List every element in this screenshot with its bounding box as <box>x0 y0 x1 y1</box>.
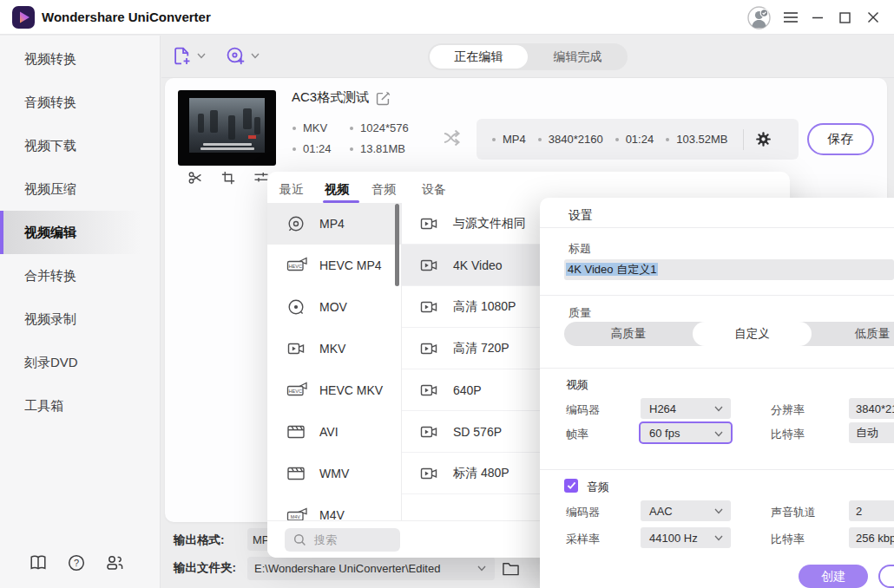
audio-bitrate-value[interactable]: 256 kbps <box>849 527 894 548</box>
add-disc-icon <box>225 45 247 67</box>
sidebar-footer: ? <box>29 553 124 572</box>
search-input[interactable]: 搜索 <box>285 528 400 552</box>
thumbnail-badge <box>248 135 256 139</box>
video-camera-icon <box>419 256 438 275</box>
framerate-select[interactable]: 60 fps <box>639 421 733 444</box>
format-option-m4v[interactable]: M4V M4V <box>267 494 401 520</box>
samplerate-label: 采样率 <box>566 532 600 547</box>
quality-option-high[interactable]: 高质量 <box>564 326 693 342</box>
minimize-icon <box>812 11 824 23</box>
video-encoder-label: 编码器 <box>566 402 600 418</box>
video-resolution-value[interactable]: 3840*2160 <box>849 398 894 419</box>
output-summary: MP4 3840*2160 01:24 103.52MB <box>477 119 799 160</box>
output-folder-label: 输出文件夹: <box>174 560 236 576</box>
name-label: 标题 <box>569 241 591 257</box>
sidebar: 视频转换 音频转换 视频下载 视频压缩 视频编辑 合并转换 视频录制 刻录DVD… <box>0 36 161 588</box>
svg-text:HEVC: HEVC <box>288 389 302 394</box>
audio-section-label: 音频 <box>587 480 609 495</box>
community-people-icon[interactable] <box>105 553 124 572</box>
source-format: MKV <box>293 121 327 134</box>
format-list-scrollbar[interactable] <box>395 204 399 286</box>
sidebar-item-video-download[interactable]: 视频下载 <box>0 124 160 167</box>
format-option-avi[interactable]: AVI <box>267 411 401 453</box>
audio-encoder-label: 编码器 <box>566 505 600 520</box>
settings-gear-icon[interactable] <box>755 131 772 147</box>
video-bitrate-label: 比特率 <box>771 427 805 442</box>
video-thumbnail[interactable] <box>178 90 276 166</box>
video-camera-icon <box>419 339 438 358</box>
hevc-badge-icon: HEVC <box>286 256 309 275</box>
quality-segmented-control: 高质量 自定义 低质量 <box>564 322 894 346</box>
quality-option-low[interactable]: 低质量 <box>812 326 894 342</box>
help-icon[interactable]: ? <box>67 553 86 572</box>
trim-scissors-icon[interactable] <box>187 170 203 186</box>
add-file-icon <box>171 45 193 67</box>
audio-checkbox[interactable] <box>564 479 578 493</box>
video-encoder-select[interactable]: H264 <box>641 398 731 419</box>
disc-dot-icon <box>286 297 306 317</box>
maximize-button[interactable] <box>834 0 855 35</box>
sidebar-item-audio-convert[interactable]: 音频转换 <box>0 81 160 124</box>
source-resolution: 1024*576 <box>350 121 409 134</box>
sidebar-item-label: 视频录制 <box>24 311 76 328</box>
samplerate-select[interactable]: 44100 Hz <box>641 527 731 548</box>
add-file-button[interactable] <box>171 45 206 67</box>
format-option-hevc-mkv[interactable]: HEVC HEVC MKV <box>267 369 401 411</box>
sidebar-item-merge-convert[interactable]: 合并转换 <box>0 254 160 297</box>
sidebar-item-video-convert[interactable]: 视频转换 <box>0 37 160 81</box>
close-button[interactable] <box>863 0 884 35</box>
svg-text:HEVC: HEVC <box>288 264 302 269</box>
popup-tab-video[interactable]: 视频 <box>325 182 349 198</box>
account-avatar[interactable] <box>747 0 771 35</box>
format-option-wmv[interactable]: WMV <box>267 453 401 494</box>
audio-encoder-select[interactable]: AAC <box>641 500 731 521</box>
sidebar-item-video-compress[interactable]: 视频压缩 <box>0 167 160 211</box>
quality-option-custom[interactable]: 自定义 <box>693 322 812 346</box>
format-option-mp4[interactable]: MP4 <box>267 203 401 245</box>
output-duration: 01:24 <box>615 133 654 146</box>
video-resolution-label: 分辨率 <box>771 402 805 418</box>
tab-editing[interactable]: 正在编辑 <box>430 45 528 69</box>
app-window: Wondershare UniConverter <box>0 0 894 588</box>
browse-folder-icon[interactable] <box>502 560 520 577</box>
m4v-badge-icon: M4V <box>286 506 309 520</box>
preset-name-input[interactable]: 4K Video 自定义1 <box>564 259 894 280</box>
clapperboard-icon <box>286 464 306 483</box>
popup-tab-device[interactable]: 设备 <box>422 182 446 198</box>
minimize-button[interactable] <box>807 0 828 35</box>
chevron-down-icon <box>477 565 486 572</box>
hamburger-icon <box>783 11 799 23</box>
sidebar-item-video-edit[interactable]: 视频编辑 <box>0 211 160 254</box>
guide-book-icon[interactable] <box>29 553 48 572</box>
editing-state-tabs: 正在编辑 编辑完成 <box>428 43 628 70</box>
rename-edit-icon[interactable] <box>375 90 391 107</box>
output-folder-select[interactable]: E:\Wondershare UniConverter\Edited <box>247 557 495 580</box>
create-button[interactable]: 创建 <box>799 565 868 588</box>
video-camera-icon <box>419 422 438 441</box>
sidebar-item-label: 刻录DVD <box>24 355 78 371</box>
tab-finished[interactable]: 编辑完成 <box>528 49 628 65</box>
popup-tab-audio[interactable]: 音频 <box>371 182 396 198</box>
format-option-hevc-mp4[interactable]: HEVC HEVC MP4 <box>267 245 401 286</box>
format-option-mkv[interactable]: MKV <box>267 328 401 369</box>
search-placeholder: 搜索 <box>314 532 337 548</box>
source-size: 13.81MB <box>350 142 405 155</box>
convert-shuffle-icon <box>443 128 467 147</box>
svg-text:M4V: M4V <box>291 514 300 519</box>
sidebar-item-label: 视频编辑 <box>24 225 76 241</box>
check-icon <box>567 481 576 490</box>
add-disc-button[interactable] <box>225 45 260 67</box>
sidebar-item-toolbox[interactable]: 工具箱 <box>0 384 160 428</box>
crop-icon[interactable] <box>220 170 236 186</box>
video-bitrate-value[interactable]: 自动 <box>849 422 894 443</box>
save-button[interactable]: 保存 <box>807 123 874 155</box>
sidebar-item-burn-dvd[interactable]: 刻录DVD <box>0 341 160 384</box>
chevron-down-icon <box>714 508 723 514</box>
sidebar-item-label: 视频压缩 <box>24 181 76 198</box>
menu-button[interactable] <box>780 0 801 35</box>
popup-tab-recent[interactable]: 最近 <box>279 182 304 198</box>
sidebar-item-screen-record[interactable]: 视频录制 <box>0 297 160 341</box>
audio-channels-value[interactable]: 2 <box>849 500 894 521</box>
format-option-mov[interactable]: MOV <box>267 286 401 328</box>
secondary-button[interactable] <box>878 565 894 588</box>
